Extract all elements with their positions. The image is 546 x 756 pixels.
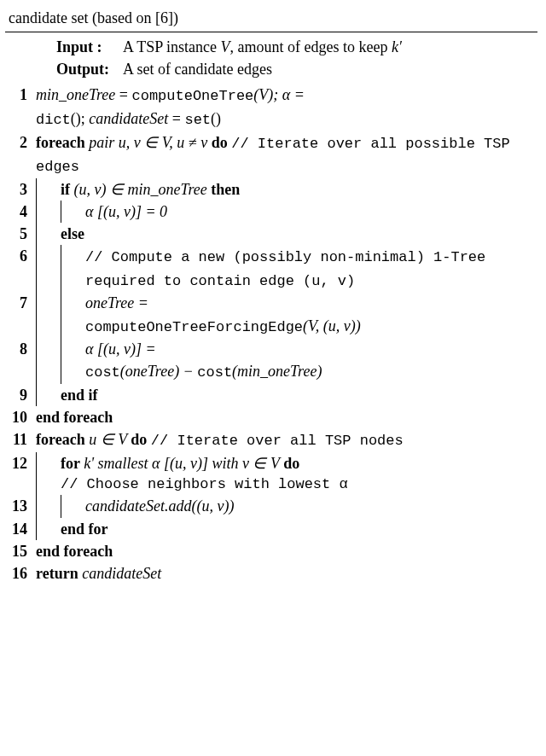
line-number: 9 (5, 384, 36, 406)
var: candidateSet (82, 565, 161, 582)
line-number: 11 (5, 428, 36, 451)
text: = (168, 110, 184, 127)
algo-line: 6 // Compute a new (possibly non-minimal… (5, 245, 537, 292)
line-number: 12 (5, 452, 36, 474)
line-number: 5 (5, 223, 36, 245)
algo-line: 10 end foreach (5, 406, 537, 428)
output-text: A set of candidate edges (123, 58, 537, 80)
keyword: then (211, 181, 240, 198)
text: (oneTree) − (120, 363, 197, 380)
line-number: 13 (5, 495, 36, 517)
keyword: end for (61, 520, 108, 538)
keyword: foreach (36, 431, 89, 448)
func: dict (36, 112, 71, 128)
keyword: return (36, 565, 82, 582)
algo-line: 16 return candidateSet (5, 562, 537, 584)
algo-line: 2 foreach pair u, v ∈ V, u ≠ v do // Ite… (5, 131, 537, 178)
text: = (115, 86, 131, 103)
text: pair u, v ∈ V, u ≠ v (89, 134, 212, 151)
comment: // Compute a new (possibly non-minimal) … (85, 249, 485, 289)
algo-line: 5 else (5, 223, 537, 245)
line-number: 15 (5, 540, 36, 562)
keyword: if (61, 181, 74, 198)
func: cost (197, 364, 232, 381)
input-text: A TSP instance V, amount of edges to kee… (123, 36, 537, 58)
keyword: do (283, 455, 299, 472)
text: k' smallest α [(u, v)] with v ∈ V (84, 455, 283, 472)
line-number: 1 (5, 84, 36, 106)
text: α [(u, v)] = 0 (85, 203, 167, 220)
algo-line: 9 end if (5, 384, 537, 406)
algorithm-caption: candidate set (based on [6]) (5, 7, 537, 29)
text: α [(u, v)] = (85, 340, 156, 358)
line-number: 16 (5, 562, 36, 584)
rule-top (5, 32, 537, 32)
algo-line: 14 end for (5, 518, 537, 540)
keyword: else (61, 225, 84, 242)
output-label: Output: (56, 58, 123, 80)
line-number: 7 (5, 292, 36, 314)
keyword: do (131, 431, 151, 448)
text: (u, v) ∈ min_oneTree (74, 181, 212, 198)
comment: // Choose neighbors with lowest α (61, 474, 537, 496)
line-number: 3 (5, 178, 36, 201)
line-number: 6 (5, 245, 36, 267)
text: (min_oneTree) (232, 363, 322, 380)
io-block: Input : A TSP instance V, amount of edge… (56, 36, 537, 80)
keyword: for (61, 455, 84, 472)
comment: // Iterate over all TSP nodes (151, 433, 404, 449)
func: computeOneTreeForcingEdge (85, 319, 303, 335)
line-number: 8 (5, 338, 36, 360)
text: (); (71, 110, 90, 127)
algo-line: 7 oneTree = computeOneTreeForcingEdge(V,… (5, 292, 537, 338)
algo-line: 11 foreach u ∈ V do // Iterate over all … (5, 428, 537, 452)
var: candidateSet (89, 110, 168, 127)
func: cost (85, 364, 120, 381)
line-number: 2 (5, 131, 36, 154)
input-label: Input : (56, 36, 123, 58)
var: candidateSet.add (85, 497, 191, 515)
algo-line: 12 for k' smallest α [(u, v)] with v ∈ V… (5, 452, 537, 496)
algo-line: 15 end foreach (5, 540, 537, 562)
func: set (184, 112, 211, 128)
func: computeOneTree (131, 88, 253, 104)
keyword: end if (61, 387, 98, 404)
text: () (211, 110, 221, 127)
text: u ∈ V (89, 431, 131, 448)
keyword: end foreach (36, 409, 113, 426)
var: min_oneTree (36, 86, 115, 103)
line-number: 10 (5, 406, 36, 428)
algo-line: 8 α [(u, v)] = cost(oneTree) − cost(min_… (5, 338, 537, 384)
keyword: foreach (36, 134, 89, 151)
algo-line: 4 α [(u, v)] = 0 (5, 201, 537, 223)
keyword: do (212, 134, 232, 151)
algo-line: 3 if (u, v) ∈ min_oneTree then (5, 178, 537, 201)
algo-line: 13 candidateSet.add((u, v)) (5, 495, 537, 517)
text: (V); α = (253, 86, 305, 103)
keyword: end foreach (36, 543, 113, 560)
line-number: 4 (5, 201, 36, 223)
var: oneTree = (85, 294, 148, 311)
algo-line: 1 min_oneTree = computeOneTree(V); α = d… (5, 84, 537, 131)
line-number: 14 (5, 518, 36, 540)
text: (V, (u, v)) (303, 317, 361, 334)
text: ((u, v)) (191, 497, 234, 515)
